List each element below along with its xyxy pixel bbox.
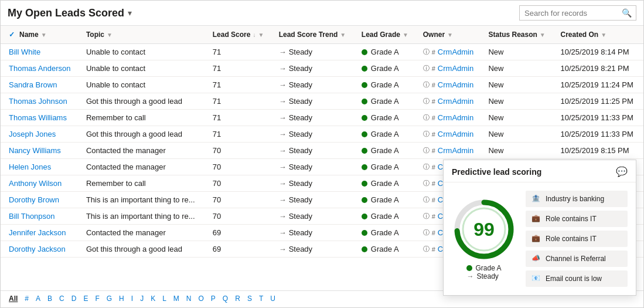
alpha-item-r[interactable]: R [231, 293, 244, 304]
grade-value: Grade A [371, 97, 399, 106]
alpha-item-h[interactable]: H [115, 293, 128, 304]
alpha-item-all[interactable]: All [5, 293, 21, 304]
alpha-item-q[interactable]: Q [219, 293, 231, 304]
cell-lead-score: 71 [207, 93, 273, 110]
trend-value: Steady [289, 80, 312, 89]
owner-link[interactable]: CrmAdmin [438, 130, 473, 138]
grade-dot-icon [362, 230, 367, 236]
lead-name-link[interactable]: Thomas Anderson [9, 64, 71, 73]
grade-value: Grade A [371, 146, 399, 155]
reason-item-1[interactable]: 💼Role contains IT [526, 211, 628, 227]
cell-created-on: 10/25/2019 11:33 PM [555, 110, 643, 126]
lead-name-link[interactable]: Anthony Wilson [9, 179, 62, 188]
search-box: 🔍 [519, 5, 636, 21]
alpha-item-f[interactable]: F [91, 293, 103, 304]
panel-score-info: 99 Grade A → Steady [452, 197, 516, 280]
cell-owner: ⓘ#CrmAdmin [417, 126, 483, 143]
hash-icon: # [432, 114, 435, 121]
cell-created-on: 10/25/2019 8:21 PM [555, 60, 643, 77]
reason-item-0[interactable]: 🏦Industry is banking [526, 191, 628, 207]
alpha-item-o[interactable]: O [195, 293, 207, 304]
owner-link[interactable]: CrmAdmin [438, 113, 473, 122]
lead-name-link[interactable]: Dorothy Jackson [9, 245, 66, 253]
lead-name-link[interactable]: Bill White [9, 48, 40, 56]
grade-filter-icon[interactable]: ▼ [403, 32, 408, 38]
alpha-item-j[interactable]: J [137, 293, 147, 304]
alpha-item-e[interactable]: E [80, 293, 91, 304]
info-icon: ⓘ [423, 130, 430, 138]
alpha-item-u[interactable]: U [267, 293, 279, 304]
cell-trend: →Steady [273, 93, 356, 110]
cell-trend: →Steady [273, 175, 356, 192]
lead-name-link[interactable]: Thomas Williams [9, 113, 67, 122]
owner-link[interactable]: CrmAdmin [438, 48, 473, 56]
col-lead-grade: Lead Grade ▼ [356, 26, 417, 44]
topic-filter-icon[interactable]: ▼ [107, 32, 113, 38]
alpha-item-p[interactable]: P [207, 293, 219, 304]
lead-name-link[interactable]: Jennifer Jackson [9, 228, 66, 237]
alpha-item-a[interactable]: A [32, 293, 44, 304]
alpha-item-k[interactable]: K [147, 293, 159, 304]
reason-item-4[interactable]: 📧Email count is low [526, 270, 628, 287]
cell-trend: →Steady [273, 241, 356, 258]
lead-name-link[interactable]: Sandra Brown [9, 80, 57, 89]
alpha-item-i[interactable]: I [128, 293, 137, 304]
alpha-item-#[interactable]: # [21, 293, 32, 304]
panel-title: Predictive lead scoring [452, 167, 541, 177]
info-icon: ⓘ [423, 212, 430, 221]
trend-arrow-icon: → [279, 228, 287, 237]
alpha-item-c[interactable]: C [56, 293, 68, 304]
lead-name-link[interactable]: Bill Thonpson [9, 212, 55, 221]
alpha-item-l[interactable]: L [159, 293, 170, 304]
hash-icon: # [432, 49, 435, 56]
cell-topic: Got this through a good lead [80, 126, 207, 143]
cell-grade: Grade A [356, 175, 417, 192]
grade-value: Grade A [371, 48, 399, 56]
grade-value: Grade A [371, 113, 399, 122]
lead-name-link[interactable]: Thomas Johnson [9, 97, 67, 106]
chat-icon[interactable]: 💬 [616, 166, 628, 177]
reason-item-2[interactable]: 💼Role contains IT [526, 231, 628, 247]
lead-score-filter-icon[interactable]: ▼ [258, 32, 264, 38]
score-labels: Grade A → Steady [466, 264, 501, 280]
cell-name: Joseph Jones [1, 126, 80, 143]
name-filter-icon[interactable]: ▼ [41, 32, 47, 38]
lead-score-sort-icon[interactable]: ↓ [253, 32, 255, 38]
lead-name-link[interactable]: Joseph Jones [9, 130, 56, 138]
lead-name-link[interactable]: Helen Jones [9, 163, 51, 171]
search-input[interactable] [524, 9, 618, 18]
lead-name-link[interactable]: Dorothy Brown [9, 195, 59, 204]
trend-arrow-icon: → [279, 163, 287, 171]
reason-item-3[interactable]: 📣Channel is Referral [526, 251, 628, 267]
trend-value: Steady [289, 146, 312, 155]
table-row: Joseph Jones Got this through a good lea… [1, 126, 643, 143]
hash-icon: # [432, 197, 435, 204]
owner-link[interactable]: CrmAdmin [438, 97, 473, 106]
cell-topic: This is an important thing to re... [80, 208, 207, 225]
chevron-down-icon[interactable]: ▾ [128, 8, 132, 18]
cell-status: New [482, 93, 554, 110]
trend-filter-icon[interactable]: ▼ [340, 32, 346, 38]
cell-topic: Unable to contact [80, 77, 207, 93]
alpha-item-g[interactable]: G [103, 293, 115, 304]
steady-arrow-icon: → [466, 272, 473, 280]
alpha-item-b[interactable]: B [44, 293, 56, 304]
trend-arrow-icon: → [279, 97, 287, 106]
alpha-item-m[interactable]: M [170, 293, 183, 304]
cell-created-on: 10/25/2019 8:14 PM [555, 44, 643, 60]
owner-link[interactable]: CrmAdmin [438, 146, 473, 155]
alpha-item-n[interactable]: N [183, 293, 195, 304]
status-filter-icon[interactable]: ▼ [540, 32, 546, 38]
alpha-item-s[interactable]: S [244, 293, 255, 304]
cell-trend: →Steady [273, 44, 356, 60]
alpha-item-d[interactable]: D [68, 293, 80, 304]
grade-dot-icon [362, 115, 367, 121]
lead-name-link[interactable]: Nancy Williams [9, 146, 61, 155]
owner-filter-icon[interactable]: ▼ [447, 32, 453, 38]
info-icon: ⓘ [423, 245, 430, 253]
owner-link[interactable]: CrmAdmin [438, 80, 473, 89]
alpha-item-t[interactable]: T [255, 293, 267, 304]
created-filter-icon[interactable]: ▼ [601, 32, 606, 38]
owner-link[interactable]: CrmAdmin [438, 64, 473, 73]
trend-arrow-icon: → [279, 48, 287, 56]
